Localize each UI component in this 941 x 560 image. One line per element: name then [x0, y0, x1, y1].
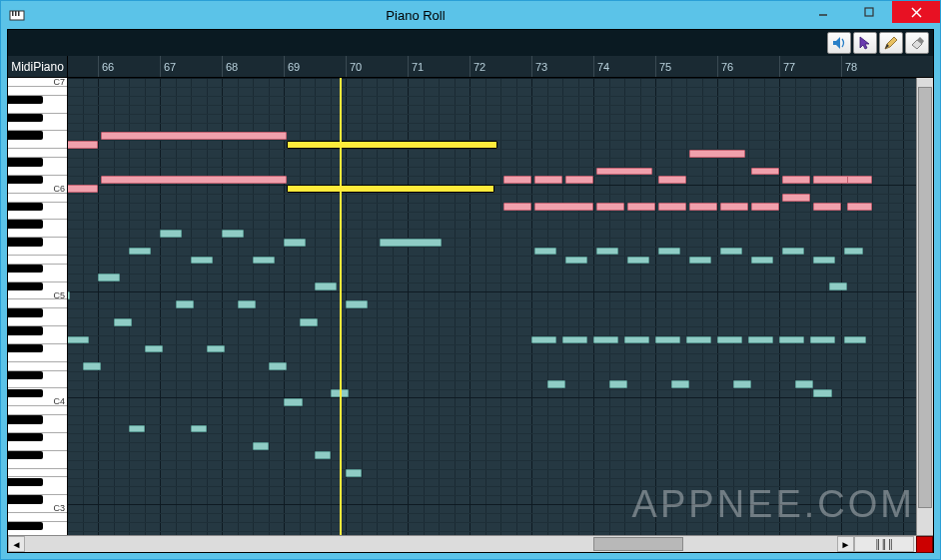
white-key[interactable]: C3: [8, 504, 67, 513]
midi-note[interactable]: [733, 380, 752, 388]
midi-note[interactable]: [751, 168, 779, 176]
midi-note[interactable]: [596, 168, 652, 176]
midi-note[interactable]: [315, 282, 337, 290]
midi-note[interactable]: [191, 257, 213, 265]
midi-note[interactable]: [686, 336, 711, 344]
midi-note[interactable]: [68, 141, 98, 149]
midi-note[interactable]: [101, 132, 287, 140]
scroll-left-button[interactable]: ◄: [8, 536, 25, 552]
midi-note[interactable]: [238, 300, 257, 308]
midi-note[interactable]: [534, 176, 562, 184]
time-ruler[interactable]: 66676869707172737475767778: [68, 56, 933, 78]
white-key[interactable]: [8, 105, 67, 114]
midi-note[interactable]: [315, 451, 331, 459]
midi-note[interactable]: [160, 230, 182, 238]
midi-note[interactable]: [83, 362, 102, 370]
midi-note[interactable]: [129, 248, 151, 256]
white-key[interactable]: C7: [8, 78, 67, 87]
white-key[interactable]: [8, 335, 67, 344]
black-key[interactable]: [8, 478, 43, 486]
midi-note[interactable]: [847, 176, 872, 184]
midi-note[interactable]: [609, 380, 628, 388]
black-key[interactable]: [8, 415, 43, 423]
midi-note[interactable]: [101, 176, 287, 184]
midi-note[interactable]: [346, 300, 368, 308]
midi-note[interactable]: [98, 274, 120, 281]
midi-note[interactable]: [534, 203, 593, 211]
midi-note[interactable]: [176, 300, 195, 308]
eraser-icon[interactable]: [905, 32, 929, 54]
h-scroll-thumb[interactable]: [593, 537, 682, 551]
white-key[interactable]: C5: [8, 291, 67, 300]
black-key[interactable]: [8, 495, 43, 503]
black-key[interactable]: [8, 238, 43, 246]
midi-note[interactable]: [779, 336, 804, 344]
midi-note[interactable]: [253, 442, 269, 450]
midi-note[interactable]: [145, 345, 164, 353]
midi-note[interactable]: [284, 239, 306, 247]
white-key[interactable]: [8, 274, 67, 282]
midi-note[interactable]: [751, 203, 779, 211]
midi-note[interactable]: [813, 257, 835, 265]
midi-note[interactable]: [596, 248, 618, 256]
midi-note[interactable]: [346, 469, 362, 477]
midi-note[interactable]: [380, 239, 442, 247]
black-key[interactable]: [8, 220, 43, 228]
midi-note[interactable]: [782, 248, 804, 256]
white-key[interactable]: [8, 486, 67, 495]
piano-keyboard[interactable]: C7C6C5C4C3: [8, 78, 68, 535]
midi-note[interactable]: [748, 336, 773, 344]
midi-note[interactable]: [844, 248, 863, 256]
black-key[interactable]: [8, 176, 43, 184]
midi-note[interactable]: [658, 203, 686, 211]
note-grid[interactable]: [68, 78, 933, 535]
white-key[interactable]: [8, 256, 67, 265]
midi-note[interactable]: [222, 230, 244, 238]
black-key[interactable]: [8, 433, 43, 441]
black-key[interactable]: [8, 265, 43, 273]
white-key[interactable]: [8, 212, 67, 221]
midi-note[interactable]: [655, 336, 680, 344]
minimize-button[interactable]: [800, 1, 846, 23]
white-key[interactable]: [8, 229, 67, 238]
white-key[interactable]: [8, 353, 67, 362]
black-key[interactable]: [8, 203, 43, 211]
white-key[interactable]: [8, 87, 67, 96]
white-key[interactable]: [8, 513, 67, 522]
midi-note[interactable]: [534, 248, 556, 256]
black-key[interactable]: [8, 308, 43, 316]
midi-note[interactable]: [287, 141, 497, 149]
midi-note[interactable]: [720, 203, 748, 211]
white-key[interactable]: [8, 469, 67, 478]
black-key[interactable]: [8, 371, 43, 379]
midi-note[interactable]: [689, 203, 717, 211]
midi-note[interactable]: [68, 185, 98, 193]
midi-note[interactable]: [627, 203, 655, 211]
midi-note[interactable]: [624, 336, 649, 344]
midi-note[interactable]: [782, 194, 810, 202]
midi-note[interactable]: [627, 257, 649, 265]
v-scroll-thumb[interactable]: [918, 87, 932, 507]
speaker-icon[interactable]: [827, 32, 851, 54]
midi-note[interactable]: [658, 176, 686, 184]
midi-note[interactable]: [844, 336, 866, 344]
scroll-right-button[interactable]: ►: [837, 536, 854, 552]
midi-note[interactable]: [689, 257, 711, 265]
midi-note[interactable]: [810, 336, 835, 344]
white-key[interactable]: C6: [8, 185, 67, 194]
midi-note[interactable]: [191, 425, 207, 433]
black-key[interactable]: [8, 344, 43, 352]
white-key[interactable]: [8, 167, 67, 176]
zoom-control[interactable]: ║║║: [854, 536, 914, 552]
midi-note[interactable]: [813, 389, 832, 397]
midi-note[interactable]: [114, 318, 133, 326]
midi-note[interactable]: [565, 176, 593, 184]
record-button[interactable]: [916, 536, 933, 553]
white-key[interactable]: C4: [8, 397, 67, 406]
midi-note[interactable]: [751, 257, 773, 265]
black-key[interactable]: [8, 96, 43, 104]
midi-note[interactable]: [596, 203, 624, 211]
midi-note[interactable]: [531, 336, 556, 344]
midi-note[interactable]: [562, 336, 587, 344]
white-key[interactable]: [8, 424, 67, 433]
